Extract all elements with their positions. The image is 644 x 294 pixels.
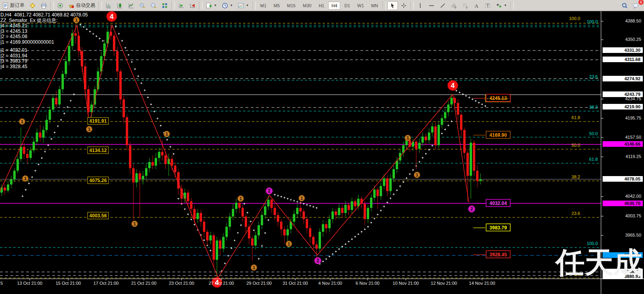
date-tick-label[interactable]: 17 Oct 21:00 xyxy=(94,281,119,286)
indicator-info-block: D,H4 4081.72 4082.71 4069.82 4078.05ZZ_S… xyxy=(0,12,88,69)
chart-bars-icon xyxy=(105,2,112,9)
timeframe-mn-button[interactable]: MN xyxy=(368,2,381,10)
date-tick-label[interactable]: 6 Nov 21:00 xyxy=(356,281,379,286)
indicator-title: ZZ_Semafor_Ex 提示信息: xyxy=(0,18,88,24)
timeframe-m5-button[interactable]: M5 xyxy=(270,2,283,10)
date-tick-label[interactable]: 12 Nov 21:00 xyxy=(431,281,457,286)
templates-button[interactable]: ▼ xyxy=(236,1,251,10)
zoom-out-icon xyxy=(150,2,157,9)
price-level-badge: 4146.66 xyxy=(603,141,643,147)
hline-icon xyxy=(428,2,435,9)
date-tick-label[interactable]: 15 Oct 21:00 xyxy=(56,281,81,286)
svg-text:A: A xyxy=(474,3,478,9)
svg-text:F: F xyxy=(466,6,468,9)
timeframe-w1-button[interactable]: W1 xyxy=(354,2,367,10)
price-level-badge: 3880.93 xyxy=(603,274,643,279)
fibonacci-button[interactable]: F xyxy=(460,1,470,10)
svg-text:E: E xyxy=(455,6,457,9)
svg-text:2: 2 xyxy=(470,206,473,212)
svg-text:4003.56: 4003.56 xyxy=(89,213,107,219)
chart-canvas[interactable]: 100.023.638.250.061.8100.0100.061.850.03… xyxy=(0,0,644,294)
chevron-down-icon: ▼ xyxy=(214,4,217,7)
svg-text:100.0: 100.0 xyxy=(569,16,580,21)
price-tick-label: 4388.50 xyxy=(604,18,644,23)
timeframe-h1-button[interactable]: H1 xyxy=(315,2,327,10)
chat-button[interactable]: 1 xyxy=(631,1,641,10)
date-tick-label[interactable]: 31 Oct 21:00 xyxy=(283,281,308,286)
date-tick-label[interactable]: 13 Oct 21:00 xyxy=(17,281,43,286)
tile-windows-button[interactable] xyxy=(159,1,170,10)
price-tick-label: 4119.25 xyxy=(604,154,644,159)
signal-button[interactable] xyxy=(55,1,65,10)
price-tick-label: 3965.50 xyxy=(604,233,644,237)
svg-text:4169.90: 4169.90 xyxy=(489,132,507,138)
toolbar-separator xyxy=(50,2,54,10)
timeframe-m30-button[interactable]: M30 xyxy=(300,2,315,10)
hline-button[interactable] xyxy=(426,1,437,10)
label-button[interactable]: T xyxy=(482,1,493,10)
print-icon xyxy=(41,2,47,9)
zoom-out-button[interactable] xyxy=(148,1,159,10)
gold-bar-button[interactable] xyxy=(27,1,38,10)
price-level-badge: 4274.92 xyxy=(603,76,643,81)
autotrade-button[interactable]: 自动交易 xyxy=(66,1,97,10)
date-tick-label[interactable]: 21 Oct 21:00 xyxy=(131,281,157,286)
resistance-level-line: |2 = 4245.08 xyxy=(0,34,88,40)
indicators-button[interactable]: ▼ xyxy=(204,1,219,10)
date-tick-label[interactable]: 14 Nov 21:00 xyxy=(469,281,495,286)
periods-icon xyxy=(222,2,228,9)
svg-text:50.0: 50.0 xyxy=(572,143,580,148)
search-button[interactable] xyxy=(619,1,630,10)
auto-scroll-button[interactable] xyxy=(176,1,186,10)
price-level-badge: 4030.70 xyxy=(603,201,643,206)
svg-text:4: 4 xyxy=(451,82,455,89)
resistance-level-line: |1 = 4169.900000000001 xyxy=(0,40,88,45)
arrows-button[interactable]: ▼ xyxy=(494,1,509,10)
cursor-icon xyxy=(389,2,396,9)
timeframe-m15-button[interactable]: M15 xyxy=(284,2,298,10)
svg-text:1: 1 xyxy=(301,196,303,201)
chart-bars-button[interactable] xyxy=(103,1,114,10)
date-tick-label[interactable]: 23 Oct 21:00 xyxy=(169,281,194,286)
price-tick-label: 4195.75 xyxy=(604,116,644,120)
timeframe-h4-button[interactable]: H4 xyxy=(328,2,340,10)
timeframe-m1-button[interactable]: M1 xyxy=(257,2,270,10)
channel-button[interactable]: E xyxy=(449,1,459,10)
date-tick-label[interactable]: 4 Nov 21:00 xyxy=(318,281,342,286)
toolbar-button-label: 新订单 xyxy=(10,2,25,9)
vline-icon xyxy=(417,2,423,9)
svg-text:100.0: 100.0 xyxy=(587,241,598,246)
toolbar-right-group: 1 xyxy=(619,1,644,10)
svg-text:1: 1 xyxy=(133,221,136,226)
price-level-badge: 4078.05 xyxy=(603,176,643,182)
svg-text:1: 1 xyxy=(416,172,418,177)
price-level-badge: 4219.90 xyxy=(603,104,643,109)
new-order-button[interactable]: 新订单 xyxy=(0,1,27,10)
cursor-button[interactable] xyxy=(387,1,398,10)
date-tick-label-clipped: 5 xyxy=(0,281,3,286)
channel-icon: E xyxy=(451,2,457,9)
support-level-line: |4 = 3928.45 xyxy=(0,64,88,70)
chart-shift-button[interactable] xyxy=(187,1,198,10)
svg-text:1: 1 xyxy=(24,176,27,181)
chart-line-button[interactable] xyxy=(126,1,136,10)
date-tick-label[interactable]: 29 Oct 21:00 xyxy=(247,281,272,286)
toolbar-separator xyxy=(382,2,386,10)
chart-candles-button[interactable] xyxy=(114,1,125,10)
signal-icon xyxy=(57,2,63,9)
zoom-in-button[interactable] xyxy=(137,1,147,10)
svg-text:4032.04: 4032.04 xyxy=(489,201,507,206)
date-tick-label[interactable]: 10 Nov 21:00 xyxy=(393,281,419,286)
timeframe-d1-button[interactable]: D1 xyxy=(341,2,353,10)
periods-button[interactable]: ▼ xyxy=(220,1,235,10)
date-tick-label[interactable]: 27 Oct 21:00 xyxy=(209,281,234,286)
crosshair-icon xyxy=(401,2,407,9)
autotrade-icon xyxy=(68,2,75,9)
print-button[interactable] xyxy=(39,1,49,10)
svg-text:4191.91: 4191.91 xyxy=(89,118,107,124)
arrows-icon xyxy=(496,2,502,9)
trendline-button[interactable] xyxy=(438,1,448,10)
vline-button[interactable] xyxy=(415,1,425,10)
text-button[interactable]: A xyxy=(471,1,482,10)
crosshair-button[interactable] xyxy=(399,1,409,10)
